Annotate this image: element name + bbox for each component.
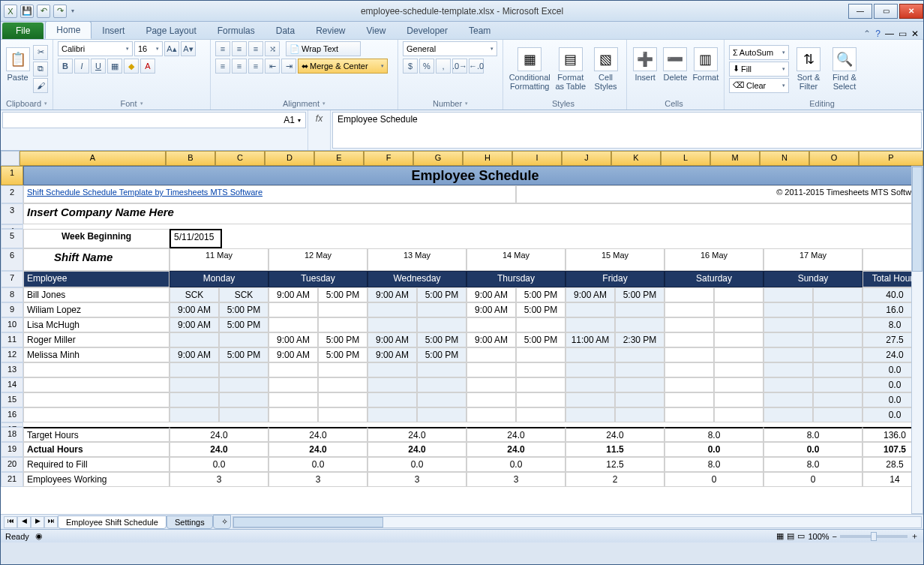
row-header-21[interactable]: 21 — [1, 472, 23, 487]
cell[interactable]: 5:00 PM — [417, 287, 466, 302]
copy-button[interactable]: ⧉ — [33, 62, 48, 77]
cell[interactable] — [268, 362, 318, 377]
cell[interactable]: 0.0 — [664, 442, 764, 457]
cell[interactable] — [466, 362, 516, 377]
sheet-tab-active[interactable]: Employee Shift Schedule — [58, 515, 166, 529]
cell-styles-button[interactable]: ▧Cell Styles — [590, 44, 622, 94]
col-header-C[interactable]: C — [215, 151, 265, 166]
wrap-text-button[interactable]: 📄 Wrap Text — [286, 41, 361, 56]
cell[interactable] — [417, 302, 466, 317]
tab-view[interactable]: View — [356, 23, 397, 39]
cell[interactable]: 13 May — [368, 248, 466, 271]
cell[interactable] — [566, 362, 615, 377]
cell[interactable] — [368, 392, 417, 407]
cell[interactable] — [664, 362, 714, 377]
cell[interactable]: 5:00 PM — [318, 347, 368, 362]
comma-icon[interactable]: , — [436, 59, 451, 74]
row-header-3[interactable]: 3 — [1, 203, 23, 224]
col-header-L[interactable]: L — [661, 151, 710, 166]
cell[interactable] — [566, 347, 615, 362]
percent-icon[interactable]: % — [419, 59, 434, 74]
cell[interactable]: 24.0 — [368, 427, 466, 442]
sort-filter-button[interactable]: ⇅Sort & Filter — [792, 44, 825, 94]
cell[interactable] — [566, 392, 615, 407]
cell[interactable] — [813, 332, 862, 347]
cell[interactable] — [368, 317, 417, 332]
tab-nav-prev[interactable]: ◀ — [17, 516, 31, 528]
clear-button[interactable]: ⌫ Clear▾ — [729, 78, 789, 93]
align-top-icon[interactable]: ≡ — [215, 41, 230, 56]
row-header-13[interactable]: 13 — [1, 362, 23, 377]
cell[interactable]: 5:00 PM — [417, 347, 466, 362]
cell[interactable] — [615, 362, 664, 377]
cell[interactable] — [219, 332, 268, 347]
col-header-G[interactable]: G — [413, 151, 463, 166]
tab-page-layout[interactable]: Page Layout — [135, 23, 206, 39]
border-button[interactable]: ▦ — [107, 59, 122, 74]
increase-indent-icon[interactable]: ⇥ — [281, 59, 296, 74]
cell[interactable] — [813, 362, 862, 377]
cell[interactable]: 24.0 — [368, 442, 466, 457]
col-header-H[interactable]: H — [463, 151, 512, 166]
align-bottom-icon[interactable]: ≡ — [248, 41, 263, 56]
cell[interactable] — [664, 332, 714, 347]
find-select-button[interactable]: 🔍Find & Select — [828, 44, 861, 94]
currency-icon[interactable]: $ — [403, 59, 418, 74]
cell[interactable]: 12 May — [268, 248, 368, 271]
cell[interactable] — [813, 407, 862, 422]
cell[interactable]: 5:00 PM — [318, 332, 368, 347]
decrease-decimal-icon[interactable]: ←.0 — [469, 59, 484, 74]
cell[interactable]: Shift Name — [23, 248, 170, 271]
cell[interactable]: 3 — [368, 472, 466, 487]
row-header-19[interactable]: 19 — [1, 442, 23, 457]
cell[interactable] — [516, 392, 566, 407]
cell[interactable] — [566, 317, 615, 332]
format-as-table-button[interactable]: ▤Format as Table — [554, 44, 586, 94]
cell[interactable] — [170, 362, 219, 377]
tab-review[interactable]: Review — [305, 23, 356, 39]
cell[interactable] — [813, 317, 862, 332]
cell[interactable]: 0.0 — [764, 442, 862, 457]
tab-formulas[interactable]: Formulas — [207, 23, 266, 39]
cell[interactable]: 9:00 AM — [170, 317, 219, 332]
zoom-slider[interactable] — [840, 535, 908, 538]
cell[interactable]: 0 — [664, 472, 764, 487]
delete-cells-button[interactable]: ➖Delete — [662, 44, 688, 94]
cell[interactable] — [268, 302, 318, 317]
decrease-indent-icon[interactable]: ⇤ — [265, 59, 280, 74]
cell[interactable] — [219, 392, 268, 407]
new-sheet-icon[interactable]: ✧ — [213, 515, 231, 529]
cell[interactable]: 5:00 PM — [516, 302, 566, 317]
cell[interactable]: Thursday — [466, 271, 566, 287]
cell[interactable] — [23, 362, 170, 377]
cell[interactable] — [813, 302, 862, 317]
cell[interactable] — [664, 317, 714, 332]
cell[interactable]: Friday — [566, 271, 664, 287]
cell[interactable] — [615, 347, 664, 362]
cell[interactable]: 5:00 PM — [219, 302, 268, 317]
cell[interactable]: 5:00 PM — [516, 287, 566, 302]
cell[interactable] — [516, 362, 566, 377]
cell[interactable] — [318, 302, 368, 317]
cell[interactable]: 11:00 AM — [566, 332, 615, 347]
cell[interactable] — [813, 392, 862, 407]
cell[interactable] — [318, 362, 368, 377]
cell[interactable]: Employee — [23, 271, 170, 287]
cell[interactable]: 2:30 PM — [615, 332, 664, 347]
cell[interactable] — [615, 407, 664, 422]
cell[interactable]: 5:00 PM — [219, 347, 268, 362]
cell[interactable] — [222, 229, 924, 248]
cell[interactable] — [466, 377, 516, 392]
cell[interactable] — [23, 377, 170, 392]
cell[interactable] — [516, 407, 566, 422]
cell[interactable] — [714, 377, 764, 392]
cell[interactable]: Bill Jones — [23, 287, 170, 302]
col-header-F[interactable]: F — [364, 151, 413, 166]
tab-home[interactable]: Home — [45, 21, 92, 39]
cell[interactable] — [268, 377, 318, 392]
name-box[interactable]: A1 ▾ — [2, 112, 306, 128]
col-header-B[interactable]: B — [166, 151, 215, 166]
cell[interactable] — [664, 392, 714, 407]
bold-button[interactable]: B — [58, 59, 73, 74]
cell[interactable]: 0.0 — [268, 457, 368, 472]
